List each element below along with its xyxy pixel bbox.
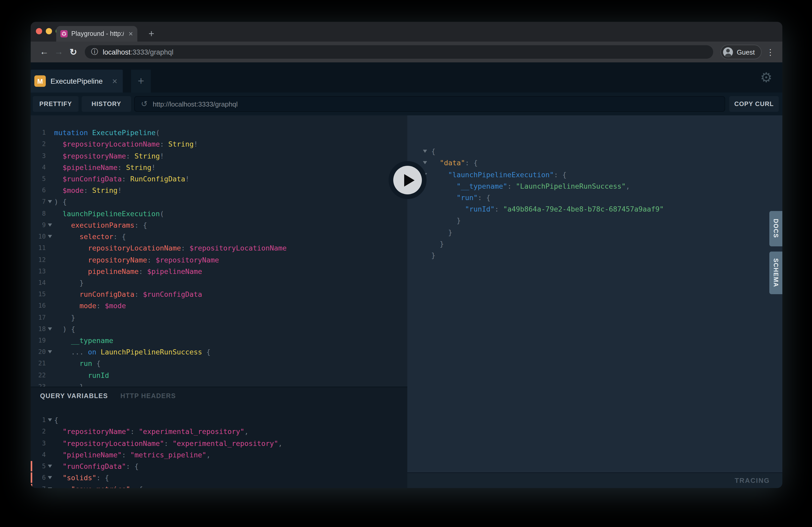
code-line: 1{ xyxy=(31,414,407,426)
fold-arrow-icon[interactable] xyxy=(46,476,54,479)
forward-button-icon[interactable]: → xyxy=(52,45,66,59)
settings-gear-icon[interactable]: ⚙ xyxy=(758,70,774,85)
lint-marker xyxy=(31,472,32,483)
line-number: 21 xyxy=(31,360,46,367)
line-number: 17 xyxy=(31,314,46,321)
line-number: 2 xyxy=(31,428,46,435)
fold-arrow-icon[interactable] xyxy=(46,224,54,227)
line-number: 6 xyxy=(31,186,46,194)
response-json: { "data": { "launchPipelineExecution": {… xyxy=(407,146,782,261)
code-line: "data": { xyxy=(407,157,782,168)
code-text: runConfigData: $runConfigData xyxy=(54,290,202,298)
profile-label: Guest xyxy=(737,48,755,56)
line-number: 4 xyxy=(31,451,46,458)
tab-query-variables[interactable]: QUERY VARIABLES xyxy=(40,392,108,400)
code-line: 17 } xyxy=(31,312,407,323)
code-line: } xyxy=(407,250,782,261)
fold-arrow-icon[interactable] xyxy=(46,418,54,421)
response-pane[interactable]: { "data": { "launchPipelineExecution": {… xyxy=(407,115,782,472)
code-text: ) { xyxy=(54,325,75,333)
code-line: 2 "repositoryName": "experimental_reposi… xyxy=(31,426,407,437)
code-text: } xyxy=(431,216,461,225)
code-text: pipelineName: $pipelineName xyxy=(54,267,202,275)
docs-side-tab[interactable]: DOCS xyxy=(769,211,782,246)
fold-arrow-icon[interactable] xyxy=(46,328,54,331)
query-editor[interactable]: 1mutation ExecutePipeline(2 $repositoryL… xyxy=(31,115,407,387)
playground-tab-title: ExecutePipeline xyxy=(50,77,107,85)
fold-arrow-icon[interactable] xyxy=(46,235,54,238)
line-number: 10 xyxy=(31,233,46,240)
browser-menu-icon[interactable]: ⋮ xyxy=(765,45,776,59)
code-text: $repositoryName: String! xyxy=(54,151,164,160)
graphql-favicon-icon xyxy=(60,30,68,37)
line-number: 12 xyxy=(31,256,46,263)
code-text: run { xyxy=(54,359,101,368)
line-number: 18 xyxy=(31,325,46,333)
fold-arrow-icon[interactable] xyxy=(46,465,54,468)
query-variables-panel[interactable]: QUERY VARIABLES HTTP HEADERS 1{2 "reposi… xyxy=(31,387,407,488)
line-number: 5 xyxy=(31,463,46,470)
code-line: "runId": "a49b864a-79e2-4be8-b78c-687457… xyxy=(407,203,782,215)
minimize-window-button[interactable] xyxy=(46,28,52,34)
code-text: "runConfigData": { xyxy=(54,462,139,470)
copy-curl-button[interactable]: COPY CURL xyxy=(729,96,779,112)
profile-button[interactable]: Guest xyxy=(721,45,762,59)
fold-arrow-icon[interactable] xyxy=(46,200,54,204)
code-line: "launchPipelineExecution": { xyxy=(407,169,782,180)
close-window-button[interactable] xyxy=(36,28,42,34)
prettify-button[interactable]: PRETTIFY xyxy=(33,96,78,112)
playground-tab-close-icon[interactable]: ✕ xyxy=(112,77,118,85)
back-button-icon[interactable]: ← xyxy=(37,45,52,59)
code-text: $runConfigData: RunConfigData! xyxy=(54,175,189,183)
code-text: "__typename": "LaunchPipelineRunSuccess"… xyxy=(431,182,630,190)
fold-arrow-icon[interactable] xyxy=(420,150,431,153)
code-text: $mode: String! xyxy=(54,186,122,194)
code-line: 3 $repositoryName: String! xyxy=(31,150,407,161)
line-number: 5 xyxy=(31,175,46,182)
endpoint-refresh-icon[interactable]: ↺ xyxy=(141,99,147,109)
browser-tab[interactable]: Playground - http://localhost:3 ✕ xyxy=(56,26,137,42)
url-path: :3333/graphql xyxy=(131,48,173,56)
code-text: { xyxy=(431,147,435,155)
fold-arrow-icon[interactable] xyxy=(46,488,54,488)
line-number: 19 xyxy=(31,337,46,344)
code-text: "pipelineName": "metrics_pipeline", xyxy=(54,451,211,459)
code-text: "repositoryName": "experimental_reposito… xyxy=(54,427,249,436)
code-line: 8 launchPipelineExecution( xyxy=(31,208,407,219)
new-tab-button[interactable]: + xyxy=(145,27,158,41)
playground-toolbar: PRETTIFY HISTORY ↺ http://localhost:3333… xyxy=(31,92,782,115)
variables-header: QUERY VARIABLES HTTP HEADERS xyxy=(40,392,176,400)
schema-side-tab[interactable]: SCHEMA xyxy=(769,252,782,294)
code-line: } xyxy=(407,215,782,226)
code-line: "__typename": "LaunchPipelineRunSuccess"… xyxy=(407,180,782,192)
browser-tab-close-icon[interactable]: ✕ xyxy=(128,30,133,37)
code-line: 9 executionParams: { xyxy=(31,219,407,231)
tracing-label[interactable]: TRACING xyxy=(735,477,770,484)
fold-arrow-icon[interactable] xyxy=(46,350,54,354)
line-number: 13 xyxy=(31,267,46,275)
line-number: 23 xyxy=(31,383,46,387)
execute-play-button[interactable] xyxy=(389,161,426,199)
history-button[interactable]: HISTORY xyxy=(82,96,131,112)
reload-button-icon[interactable]: ↻ xyxy=(66,45,81,59)
browser-window: Playground - http://localhost:3 ✕ + ← → … xyxy=(31,22,782,488)
tab-http-headers[interactable]: HTTP HEADERS xyxy=(120,392,176,400)
code-line: 4 "pipelineName": "metrics_pipeline", xyxy=(31,449,407,460)
code-line: 16 mode: $mode xyxy=(31,300,407,312)
site-info-icon[interactable]: ⓘ xyxy=(91,47,98,57)
code-line: 14 } xyxy=(31,277,407,288)
endpoint-input[interactable]: ↺ http://localhost:3333/graphql xyxy=(134,96,725,112)
address-bar[interactable]: ⓘ localhost :3333/graphql xyxy=(85,45,713,59)
code-text: mutation ExecutePipeline( xyxy=(54,129,160,137)
playground-tab-executepipeline[interactable]: M ExecutePipeline ✕ xyxy=(31,70,123,92)
line-number: 1 xyxy=(31,416,46,424)
variables-code: 1{2 "repositoryName": "experimental_repo… xyxy=(31,414,407,488)
code-line: 2 $repositoryLocationName: String! xyxy=(31,138,407,150)
line-number: 3 xyxy=(31,439,46,447)
code-text: __typename xyxy=(54,336,113,345)
code-line: } xyxy=(407,238,782,250)
fold-arrow-icon[interactable] xyxy=(420,161,431,165)
playground-new-tab-button[interactable]: + xyxy=(131,70,151,92)
lint-marker xyxy=(31,461,32,471)
code-text: runId xyxy=(54,371,109,379)
